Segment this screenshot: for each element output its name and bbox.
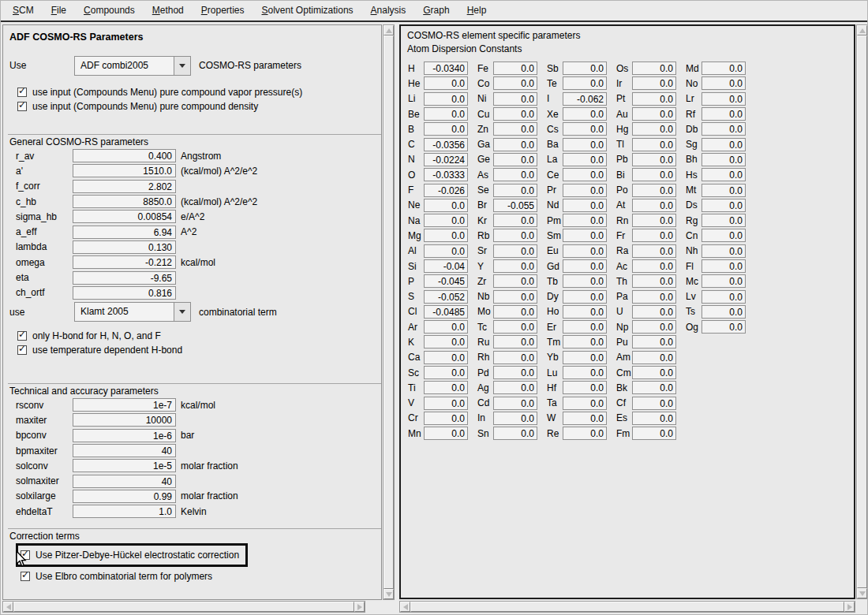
element-Hf-input[interactable]: 0.0 [563, 381, 607, 394]
element-Tc-input[interactable]: 0.0 [493, 320, 537, 334]
menu-file[interactable]: File [43, 1, 75, 20]
checkbox-only-hbond[interactable]: ✓ only H-bond for H, N, O, and F [17, 329, 381, 343]
element-Rg-input[interactable]: 0.0 [702, 214, 746, 227]
element-Np-input[interactable]: 0.0 [632, 320, 676, 334]
element-Ag-input[interactable]: 0.0 [493, 381, 537, 394]
element-F-input[interactable]: -0.026 [424, 184, 468, 197]
element-Pr-input[interactable]: 0.0 [563, 184, 607, 197]
element-Re-input[interactable]: 0.0 [563, 427, 607, 440]
element-Cl-input[interactable]: -0.0485 [424, 305, 468, 319]
right-vertical-scrollbar[interactable] [856, 24, 868, 599]
element-Sn-input[interactable]: 0.0 [493, 427, 537, 440]
element-Eu-input[interactable]: 0.0 [563, 244, 607, 258]
element-Rf-input[interactable]: 0.0 [702, 107, 746, 121]
element-Ti-input[interactable]: 0.0 [424, 381, 468, 394]
checkbox-elbro-combinatorial[interactable]: ✓ Use Elbro combinatorial term for polym… [21, 569, 381, 583]
element-Sg-input[interactable]: 0.0 [702, 138, 746, 151]
element-Fr-input[interactable]: 0.0 [632, 229, 676, 242]
element-Ts-input[interactable]: 0.0 [702, 305, 746, 319]
element-Cn-input[interactable]: 0.0 [702, 229, 746, 242]
scroll-left-button[interactable] [400, 602, 410, 612]
element-Og-input[interactable]: 0.0 [702, 320, 746, 334]
element-Hg-input[interactable]: 0.0 [632, 122, 676, 136]
element-Al-input[interactable]: 0.0 [424, 244, 468, 258]
solmaxiter-input[interactable]: 40 [73, 475, 176, 488]
ehdeltaT-input[interactable]: 1.0 [73, 505, 176, 518]
element-O-input[interactable]: -0.0333 [424, 168, 468, 181]
element-B-input[interactable]: 0.0 [424, 122, 468, 136]
menu-properties[interactable]: Properties [193, 1, 253, 20]
element-Rn-input[interactable]: 0.0 [632, 214, 676, 227]
left-vertical-scrollbar[interactable] [383, 24, 395, 600]
element-Po-input[interactable]: 0.0 [632, 184, 676, 197]
element-Ni-input[interactable]: 0.0 [493, 92, 537, 106]
element-Fm-input[interactable]: 0.0 [632, 427, 676, 440]
element-I-input[interactable]: -0.062 [563, 92, 607, 106]
element-Co-input[interactable]: 0.0 [493, 76, 537, 90]
checkbox-density[interactable]: ✓ use input (Compounds Menu) pure compou… [17, 99, 381, 114]
element-Os-input[interactable]: 0.0 [632, 62, 676, 75]
element-Lr-input[interactable]: 0.0 [702, 92, 746, 106]
scrollbar-thumb[interactable] [410, 602, 844, 612]
element-Si-input[interactable]: -0.04 [424, 259, 468, 273]
element-Cu-input[interactable]: 0.0 [493, 107, 537, 121]
eta-input[interactable]: -9.65 [73, 271, 176, 285]
element-Hs-input[interactable]: 0.0 [702, 168, 746, 181]
checkbox-temperature-hbond[interactable]: ✓ use temperature dependent H-bond [17, 343, 381, 357]
element-At-input[interactable]: 0.0 [632, 199, 676, 212]
menu-analysis[interactable]: Analysis [362, 1, 415, 20]
a_eff-input[interactable]: 6.94 [73, 226, 176, 239]
element-Cm-input[interactable]: 0.0 [632, 366, 676, 379]
element-C-input[interactable]: -0.0356 [424, 138, 468, 151]
element-P-input[interactable]: -0.045 [424, 274, 468, 288]
element-Zn-input[interactable]: 0.0 [493, 122, 537, 136]
element-Rh-input[interactable]: 0.0 [493, 351, 537, 364]
element-V-input[interactable]: 0.0 [424, 397, 468, 410]
element-Gd-input[interactable]: 0.0 [563, 259, 607, 273]
scroll-left-button[interactable] [3, 602, 13, 612]
element-Ga-input[interactable]: 0.0 [493, 138, 537, 151]
menu-help[interactable]: Help [458, 1, 496, 20]
element-No-input[interactable]: 0.0 [702, 76, 746, 90]
checkbox-box[interactable]: ✓ [21, 572, 30, 581]
element-Sb-input[interactable]: 0.0 [563, 62, 607, 75]
element-Pt-input[interactable]: 0.0 [632, 92, 676, 106]
element-Pd-input[interactable]: 0.0 [493, 366, 537, 379]
scroll-down-button[interactable] [857, 588, 867, 598]
bpmaxiter-input[interactable]: 40 [73, 444, 176, 457]
element-Tl-input[interactable]: 0.0 [632, 138, 676, 151]
element-Ds-input[interactable]: 0.0 [702, 199, 746, 212]
scroll-right-button[interactable] [354, 602, 365, 612]
solconv-input[interactable]: 1e-5 [73, 459, 176, 472]
element-Ta-input[interactable]: 0.0 [563, 397, 607, 410]
element-K-input[interactable]: 0.0 [424, 335, 468, 348]
menu-compounds[interactable]: Compounds [75, 1, 144, 20]
element-Pa-input[interactable]: 0.0 [632, 290, 676, 304]
scrollbar-thumb[interactable] [13, 602, 354, 612]
element-Rb-input[interactable]: 0.0 [493, 229, 537, 242]
element-Er-input[interactable]: 0.0 [563, 320, 607, 334]
f_corr-input[interactable]: 2.802 [73, 180, 176, 193]
element-Kr-input[interactable]: 0.0 [493, 214, 537, 227]
checkbox-box[interactable]: ✓ [17, 331, 27, 341]
element-Br-input[interactable]: -0.055 [493, 199, 537, 212]
r_av-input[interactable]: 0.400 [73, 149, 176, 162]
element-Fl-input[interactable]: 0.0 [702, 259, 746, 273]
element-La-input[interactable]: 0.0 [563, 153, 607, 166]
element-Tm-input[interactable]: 0.0 [563, 335, 607, 348]
element-Lu-input[interactable]: 0.0 [563, 366, 607, 379]
scroll-down-button[interactable] [383, 589, 394, 599]
element-Mn-input[interactable]: 0.0 [424, 427, 468, 440]
bpconv-input[interactable]: 1e-6 [73, 429, 176, 442]
element-Cf-input[interactable]: 0.0 [632, 397, 676, 410]
element-W-input[interactable]: 0.0 [563, 412, 607, 425]
a'-input[interactable]: 1510.0 [73, 164, 176, 177]
cosmors-parameters-dropdown[interactable]: ADF combi2005 [74, 56, 191, 76]
maxiter-input[interactable]: 10000 [73, 413, 176, 427]
element-Na-input[interactable]: 0.0 [424, 214, 468, 227]
element-Dy-input[interactable]: 0.0 [563, 290, 607, 304]
element-Pb-input[interactable]: 0.0 [632, 153, 676, 166]
element-Bk-input[interactable]: 0.0 [632, 381, 676, 394]
element-Cd-input[interactable]: 0.0 [493, 397, 537, 410]
element-Ir-input[interactable]: 0.0 [632, 76, 676, 90]
